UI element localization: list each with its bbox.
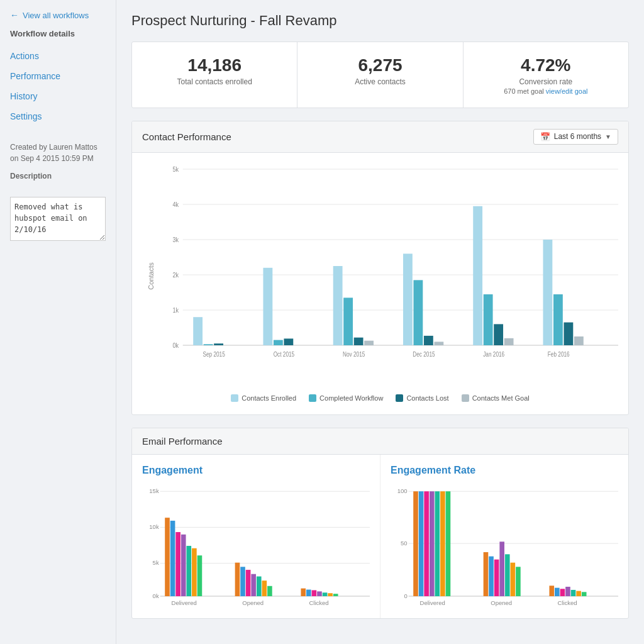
svg-text:50: 50 [401, 540, 408, 547]
svg-rect-39 [553, 294, 563, 345]
stat-conversion-label: Conversion rate [479, 77, 613, 86]
svg-rect-93 [494, 559, 499, 596]
sidebar-settings-link[interactable]: Settings [0, 106, 116, 126]
engagement-rate-title: Engagement Rate [391, 465, 618, 476]
svg-rect-102 [565, 587, 570, 596]
main-content: Prospect Nurturing - Fall Revamp 14,186 … [116, 0, 644, 644]
svg-rect-20 [284, 338, 293, 345]
stat-active-contacts: 6,275 Active contacts [297, 42, 463, 108]
legend-met-goal-label: Contacts Met Goal [472, 394, 530, 402]
svg-rect-64 [257, 576, 262, 596]
sidebar-history-link[interactable]: History [0, 86, 116, 106]
svg-rect-30 [424, 335, 433, 345]
engagement-chart-title: Engagement [142, 465, 370, 476]
engagement-svg: 0k 5k 10k 15k [142, 482, 370, 608]
sidebar-actions-link[interactable]: Actions [0, 46, 116, 66]
page-title: Prospect Nurturing - Fall Revamp [131, 13, 629, 29]
calendar-icon: 📅 [540, 132, 550, 142]
svg-text:1k: 1k [173, 306, 179, 314]
svg-rect-86 [430, 491, 435, 596]
back-arrow-icon: ← [10, 10, 19, 20]
svg-rect-18 [263, 267, 272, 345]
svg-rect-88 [440, 491, 445, 596]
legend-enrolled: Contacts Enrolled [231, 394, 296, 402]
chart-legend: Contacts Enrolled Completed Workflow Con… [142, 389, 618, 409]
sidebar-item-performance[interactable]: Performance [0, 66, 116, 86]
svg-rect-70 [312, 590, 317, 596]
svg-text:Clicked: Clicked [309, 599, 328, 606]
svg-rect-36 [504, 338, 514, 345]
svg-rect-99 [549, 586, 554, 596]
stat-conversion-value: 4.72% [479, 55, 613, 76]
stat-active-contacts-label: Active contacts [313, 77, 447, 86]
date-filter-label: Last 6 months [554, 132, 601, 141]
sidebar-section-title: Workflow details [0, 25, 116, 46]
svg-text:0k: 0k [153, 592, 159, 599]
svg-text:10k: 10k [149, 523, 159, 530]
stat-total-contacts-value: 14,186 [147, 55, 282, 76]
svg-text:Delivered: Delivered [420, 599, 445, 606]
svg-rect-96 [511, 562, 516, 596]
chevron-down-icon: ▼ [605, 133, 611, 140]
svg-rect-84 [419, 491, 424, 596]
svg-rect-97 [516, 567, 521, 596]
svg-rect-105 [582, 592, 587, 596]
svg-rect-28 [403, 253, 413, 345]
legend-met-goal: Contacts Met Goal [462, 394, 530, 402]
svg-text:Nov 2015: Nov 2015 [343, 351, 365, 358]
sidebar-nav: Actions Performance History Settings [0, 46, 116, 126]
sidebar-item-actions[interactable]: Actions [0, 46, 116, 66]
sidebar-item-history[interactable]: History [0, 86, 116, 106]
svg-text:15k: 15k [149, 487, 159, 494]
svg-rect-38 [543, 240, 553, 345]
svg-text:Sep 2015: Sep 2015 [203, 351, 225, 358]
svg-rect-101 [560, 589, 565, 596]
legend-lost-label: Contacts Lost [406, 394, 448, 402]
svg-rect-62 [246, 570, 251, 596]
svg-text:Opened: Opened [491, 599, 512, 606]
svg-rect-41 [574, 336, 584, 345]
svg-rect-55 [181, 534, 186, 596]
back-to-workflows-link[interactable]: ← View all workflows [0, 10, 116, 25]
svg-text:Oct 2015: Oct 2015 [274, 351, 294, 358]
contact-performance-header: Contact Performance 📅 Last 6 months ▼ [132, 121, 628, 153]
svg-rect-69 [306, 589, 311, 596]
svg-text:0: 0 [404, 592, 407, 599]
svg-rect-73 [328, 593, 333, 596]
svg-rect-87 [435, 491, 440, 596]
view-edit-goal-link[interactable]: view/edit goal [546, 87, 588, 95]
legend-enrolled-label: Contacts Enrolled [242, 394, 296, 402]
sidebar-performance-link[interactable]: Performance [0, 66, 116, 86]
legend-met-goal-dot [462, 394, 469, 402]
legend-lost-dot [396, 394, 403, 402]
legend-completed-dot [309, 394, 316, 402]
svg-rect-58 [197, 555, 203, 596]
sidebar: ← View all workflows Workflow details Ac… [0, 0, 116, 644]
svg-rect-91 [484, 552, 489, 596]
date-filter-button[interactable]: 📅 Last 6 months ▼ [533, 129, 618, 145]
stat-total-contacts-label: Total contacts enrolled [147, 77, 282, 86]
svg-rect-103 [571, 590, 576, 596]
back-label: View all workflows [23, 11, 89, 20]
legend-completed: Completed Workflow [309, 394, 383, 402]
engagement-chart-box: Engagement 0k 5k 10k 15k [132, 455, 380, 618]
stat-total-contacts: 14,186 Total contacts enrolled [132, 42, 297, 108]
svg-rect-33 [473, 206, 482, 345]
svg-rect-52 [165, 518, 170, 596]
stat-conversion-sub: 670 met goal view/edit goal [479, 87, 613, 95]
svg-text:2k: 2k [173, 271, 179, 279]
svg-text:3k: 3k [173, 236, 179, 243]
svg-text:Clicked: Clicked [557, 599, 577, 606]
svg-rect-100 [555, 587, 560, 596]
description-textarea[interactable]: Removed what is hubspot email on 2/10/16 [10, 197, 106, 241]
svg-rect-53 [170, 521, 175, 596]
svg-rect-19 [274, 340, 283, 345]
svg-text:5k: 5k [153, 559, 159, 566]
sidebar-item-settings[interactable]: Settings [0, 106, 116, 126]
contact-performance-chart: 0k 1k 2k 3k 4k 5k [167, 163, 618, 370]
svg-rect-23 [333, 266, 343, 345]
svg-rect-24 [343, 297, 353, 345]
svg-rect-29 [413, 280, 423, 345]
email-performance-title: Email Performance [142, 436, 223, 447]
sidebar-meta: Created by Lauren Mattos on Sep 4 2015 1… [0, 131, 116, 194]
